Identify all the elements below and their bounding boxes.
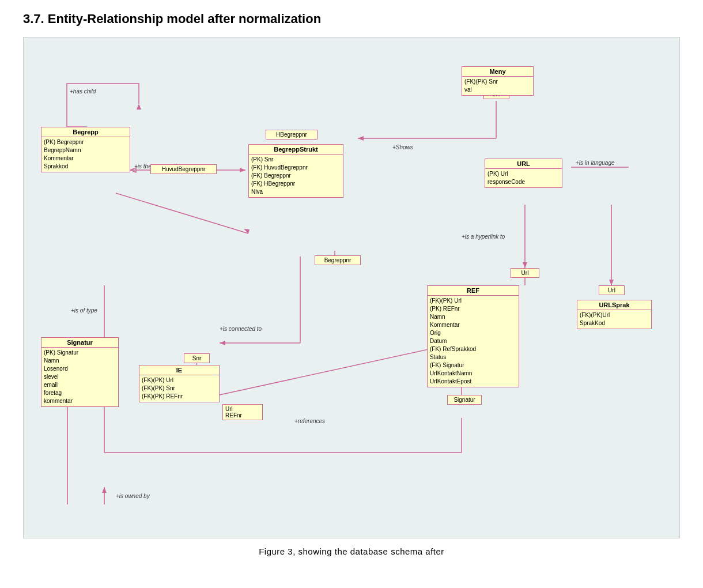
label-is-owned-by: +is owned by: [116, 493, 150, 499]
meny-title: Meny: [462, 67, 533, 77]
page-heading: 3.7. Entity-Relationship model after nor…: [23, 12, 680, 27]
small-box-snr-ie: Snr: [184, 353, 210, 363]
entity-ie: IE (FK)(PK) Url (FK)(PK) Snr (FK)(PK) RE…: [139, 365, 220, 402]
svg-marker-5: [244, 229, 250, 233]
ie-title: IE: [139, 365, 219, 375]
label-references: +references: [294, 418, 325, 424]
small-box-url-ref: Url: [511, 268, 539, 278]
small-box-url-urlsprak: Url: [599, 285, 625, 295]
label-is-of-type: +is of type: [71, 307, 97, 314]
svg-line-28: [220, 346, 444, 395]
svg-marker-35: [102, 487, 107, 493]
label-is-in-language: +is in language: [576, 160, 615, 166]
begrepp-title: Begrepp: [41, 127, 130, 137]
label-shows: +Shows: [392, 144, 413, 150]
ref-fields: (FK)(PK) Url (PK) REFnr Namn Kommentar O…: [428, 296, 519, 387]
entity-urlsprak: URLSprak (FK)(PK)Url SprakKod: [577, 300, 652, 329]
small-box-url-refnr: Url REFnr: [222, 404, 263, 420]
url-title: URL: [485, 159, 562, 169]
entity-url: URL (PK) Url responseCode: [485, 159, 562, 188]
label-is-hyperlink: +is a hyperlink to: [462, 233, 505, 240]
small-box-huvudbegreppnr: HuvudBegreppnr: [150, 164, 217, 174]
svg-marker-13: [523, 262, 527, 268]
url-fields: (PK) Url responseCode: [485, 169, 562, 187]
small-box-begreppnr: Begreppnr: [315, 255, 361, 265]
svg-marker-2: [240, 168, 245, 172]
entity-ref: REF (FK)(PK) Url (PK) REFnr Namn Komment…: [427, 285, 519, 387]
signatur-fields: (PK) Signatur Namn Losenord slevel email…: [41, 348, 118, 406]
urlsprak-title: URLSprak: [577, 300, 651, 310]
er-diagram: +has child +is the perspective +is of ty…: [23, 37, 680, 538]
small-box-hbegreppnr: HBegreppnr: [266, 130, 318, 140]
entity-begreppstrukt: BegreppStrukt (PK) Snr (FK) HuvudBegrepp…: [248, 144, 343, 198]
figure-caption: Figure 3, showing the database schema af…: [23, 546, 680, 556]
meny-fields: (FK)(PK) Snr val: [462, 77, 533, 95]
svg-marker-10: [358, 136, 364, 141]
label-is-connected: +is connected to: [220, 326, 262, 332]
svg-marker-27: [220, 341, 225, 345]
svg-marker-15: [609, 280, 614, 285]
entity-begrepp: Begrepp (PK) Begreppnr BegreppNamn Komme…: [41, 127, 130, 172]
entity-signatur: Signatur (PK) Signatur Namn Losenord sle…: [41, 337, 119, 407]
svg-line-4: [116, 193, 248, 233]
ref-title: REF: [428, 286, 519, 296]
label-has-child: +has child: [70, 88, 96, 95]
svg-marker-0: [137, 104, 141, 110]
urlsprak-fields: (FK)(PK)Url SprakKod: [577, 310, 651, 329]
small-box-signatur-ref: Signatur: [447, 395, 482, 405]
entity-meny: Meny (FK)(PK) Snr val: [462, 66, 534, 96]
begreppstrukt-title: BegreppStrukt: [249, 145, 343, 154]
ie-fields: (FK)(PK) Url (FK)(PK) Snr (FK)(PK) REFnr: [139, 375, 219, 402]
begreppstrukt-fields: (PK) Snr (FK) HuvudBegreppnr (FK) Begrep…: [249, 154, 343, 197]
connector-lines: [24, 37, 679, 538]
begrepp-fields: (PK) Begreppnr BegreppNamn Kommentar Spr…: [41, 137, 130, 172]
signatur-title: Signatur: [41, 338, 118, 348]
